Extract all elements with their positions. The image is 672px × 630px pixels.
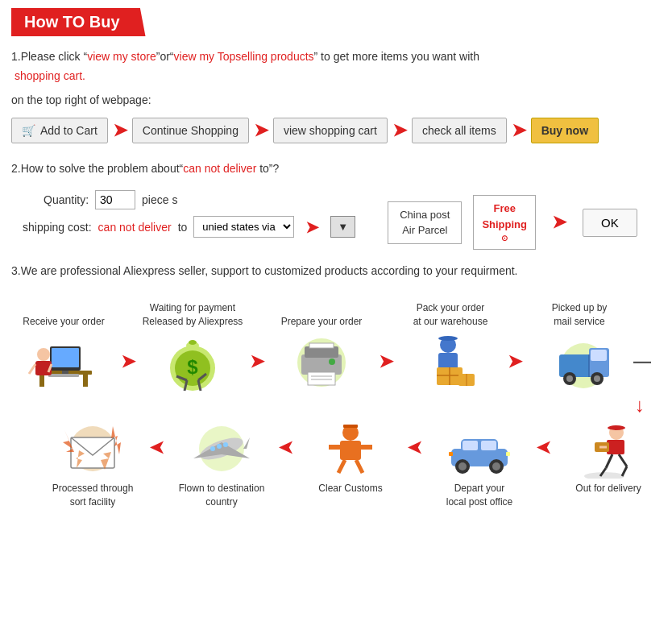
cart-flow: 🛒 Add to Cart ➤ Continue Shopping ➤ view… xyxy=(11,118,661,143)
flow-icon-5 xyxy=(527,332,632,392)
free-shipping-icon: ⊙ xyxy=(482,232,527,244)
flow-icon-2: $ xyxy=(140,332,245,392)
svg-point-45 xyxy=(584,472,624,479)
shipping-row: shipping cost:can not deliver to unied s… xyxy=(23,216,355,238)
arrow1: ➤ xyxy=(113,120,127,141)
free-shipping-line2: Shipping xyxy=(482,217,527,233)
step2-suffix: to”? xyxy=(256,162,279,175)
flow-label-4: Pack your orderat our warehouse xyxy=(398,301,503,329)
svg-point-7 xyxy=(37,348,50,361)
svg-line-50 xyxy=(606,454,612,468)
svg-point-62 xyxy=(492,462,500,470)
flow-row2-icons: ➤ xyxy=(11,418,661,479)
shipping-select[interactable]: unied states via xyxy=(193,216,294,238)
delivery-person-svg xyxy=(572,418,645,479)
svg-point-78 xyxy=(223,442,228,447)
flow-label-9: Flown to destinationcountry xyxy=(169,482,274,509)
arrow4: ➤ xyxy=(512,120,526,141)
step1-suffix: ” to get more items you want with xyxy=(314,50,479,63)
link-shopping-cart[interactable]: shopping cart. xyxy=(15,69,85,82)
flow-label-8: Clear Customs xyxy=(298,482,403,509)
dropdown-button[interactable]: ▼ xyxy=(330,216,355,238)
china-post-line1: China post xyxy=(400,207,450,223)
svg-point-54 xyxy=(608,425,625,430)
flow-row1-icons: ➤ $ xyxy=(11,332,661,392)
money-bag-svg: $ xyxy=(156,332,229,392)
svg-point-79 xyxy=(210,446,215,451)
step1-mid: ”or“ xyxy=(156,50,174,63)
link-topselling[interactable]: view my Topselling products xyxy=(174,50,314,63)
buy-now-button[interactable]: Buy now xyxy=(531,118,599,143)
china-post-line2: Air Parcel xyxy=(400,222,450,238)
step3-section: 3.We are professional Aliexpress seller,… xyxy=(11,264,661,516)
shipping-arrow: ➤ xyxy=(305,218,319,237)
flow-icon-7 xyxy=(427,418,532,479)
view-shopping-cart-label: view shopping cart xyxy=(284,124,377,137)
svg-line-69 xyxy=(338,460,345,473)
svg-rect-57 xyxy=(463,441,478,450)
person-computer-svg xyxy=(27,332,100,392)
cannot-deliver-shipping: can not deliver xyxy=(98,221,172,234)
svg-rect-23 xyxy=(308,372,335,385)
china-post-info: China post Air Parcel xyxy=(388,201,462,244)
svg-rect-71 xyxy=(343,425,358,428)
add-to-cart-label: Add to Cart xyxy=(40,124,97,137)
add-to-cart-button[interactable]: 🛒 Add to Cart xyxy=(11,118,108,143)
worker-box-svg xyxy=(414,332,487,392)
quantity-row: Quantity: piece s xyxy=(44,190,355,209)
flow-icon-9 xyxy=(169,418,274,479)
flow-label-2: Waiting for paymentReleased by Aliexpres… xyxy=(140,301,245,329)
svg-rect-64 xyxy=(449,452,453,456)
ok-arrow: ➤ xyxy=(552,212,566,233)
quantity-unit: piece s xyxy=(142,193,177,206)
check-all-items-button[interactable]: check all items xyxy=(412,118,507,143)
continue-shopping-button[interactable]: Continue Shopping xyxy=(132,118,249,143)
svg-point-60 xyxy=(458,462,467,470)
flow-arrow-6: ➤ xyxy=(532,437,556,458)
flow-arrow-9: ➤ xyxy=(145,437,169,458)
shipping-mid: to xyxy=(178,221,188,234)
svg-point-25 xyxy=(329,359,335,365)
check-all-items-label: check all items xyxy=(422,124,496,137)
svg-point-41 xyxy=(566,375,573,382)
shipping-prefix: shipping cost: xyxy=(23,221,92,234)
flow-arrow-7: ➤ xyxy=(403,437,427,458)
quantity-label: Quantity: xyxy=(44,193,89,206)
step2-section: 2.How to solve the problem about“can not… xyxy=(11,160,661,250)
svg-rect-47 xyxy=(607,440,624,454)
step1-text2: on the top right of webpage: xyxy=(11,91,661,110)
flow-icon-6 xyxy=(556,418,661,479)
flow-label-10: Processed throughsort facility xyxy=(40,482,145,509)
flow-label-3: Prepare your order xyxy=(269,315,374,329)
flow-arrow-5-stub: — xyxy=(633,351,651,372)
svg-rect-58 xyxy=(481,441,496,450)
svg-point-15 xyxy=(189,340,197,345)
flow-label-1: Receive your order xyxy=(11,315,116,329)
svg-rect-4 xyxy=(52,348,79,367)
link-view-store[interactable]: view my store xyxy=(87,50,156,63)
ok-button[interactable]: OK xyxy=(583,209,637,237)
flow-arrow-1: ➤ xyxy=(116,351,140,372)
svg-rect-6 xyxy=(48,374,79,377)
airplane-svg xyxy=(185,418,258,479)
svg-rect-66 xyxy=(340,441,361,460)
svg-rect-39 xyxy=(591,350,607,361)
view-shopping-cart-button[interactable]: view shopping cart xyxy=(273,118,388,143)
arrow2: ➤ xyxy=(254,120,268,141)
continue-shopping-label: Continue Shopping xyxy=(143,124,239,137)
svg-line-9 xyxy=(29,364,35,374)
quantity-input[interactable] xyxy=(95,190,135,209)
step1-text: 1.Please click “view my store”or“view my… xyxy=(11,48,661,86)
step3-text: 3.We are professional Aliexpress seller,… xyxy=(11,264,661,277)
flow-arrow-8: ➤ xyxy=(274,437,298,458)
flow-label-7: Depart yourlocal post office xyxy=(427,482,532,509)
svg-marker-76 xyxy=(243,437,250,449)
flow-diagram: Receive your order Waiting for paymentRe… xyxy=(11,293,661,516)
car-svg xyxy=(443,418,516,479)
customs-svg xyxy=(314,418,387,479)
page-title: How TO Buy xyxy=(11,8,146,36)
flow-label-6: Out for delivery xyxy=(556,482,661,509)
svg-text:$: $ xyxy=(187,356,198,378)
flow-down-arrow: ↓ xyxy=(11,394,661,417)
flow-row2-labels: Out for delivery Depart yourlocal post o… xyxy=(11,482,661,509)
